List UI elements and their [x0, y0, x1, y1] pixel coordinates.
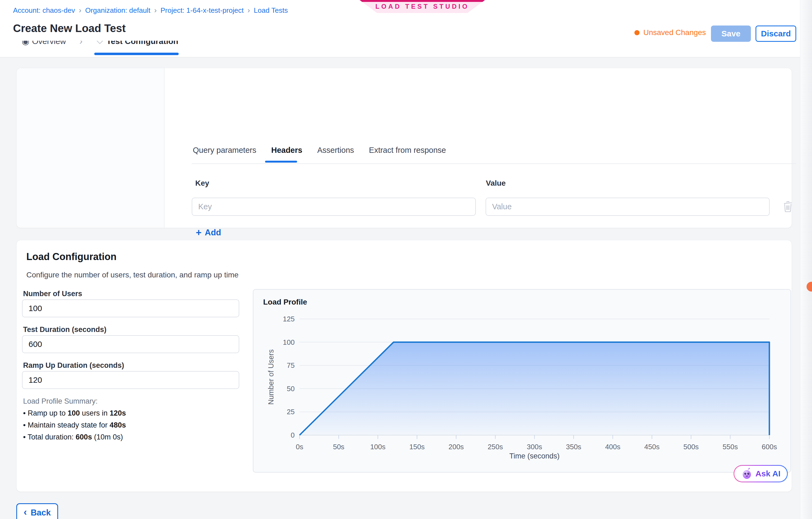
- request-tabs: Query parameters Headers Assertions Extr…: [192, 146, 447, 155]
- load-configuration-subtitle: Configure the number of users, test dura…: [26, 271, 238, 279]
- svg-text:100: 100: [283, 338, 295, 346]
- test-duration-input[interactable]: [22, 335, 239, 353]
- value-column-label: Value: [486, 179, 506, 188]
- summary-steady-state: • Maintain steady state for 480s: [23, 421, 126, 429]
- svg-text:25: 25: [287, 408, 295, 416]
- breadcrumb-organization[interactable]: Organization: default: [85, 6, 150, 14]
- load-test-studio-badge: LOAD TEST STUDIO: [359, 0, 485, 13]
- load-profile-chart-title: Load Profile: [263, 298, 307, 306]
- load-test-studio-badge-label: LOAD TEST STUDIO: [375, 3, 469, 10]
- svg-text:550s: 550s: [723, 443, 738, 451]
- test-duration-label: Test Duration (seconds): [23, 326, 107, 334]
- ask-ai-label: Ask AI: [755, 469, 781, 478]
- svg-text:450s: 450s: [644, 443, 659, 451]
- svg-text:400s: 400s: [605, 443, 620, 451]
- overview-step-icon: ◉: [22, 41, 29, 49]
- load-test-studio-page: Account: chaos-dev › Organization: defau…: [0, 0, 812, 519]
- svg-text:50: 50: [287, 385, 295, 393]
- load-profile-chart: 02550751001250s50s100s150s200s250s300s35…: [259, 310, 786, 462]
- header-divider: [0, 57, 812, 58]
- svg-text:Number of Users: Number of Users: [267, 349, 275, 405]
- summary-total-duration: • Total duration: 600s (10m 0s): [23, 433, 123, 441]
- svg-text:0: 0: [291, 431, 295, 439]
- delete-row-button[interactable]: [782, 201, 794, 213]
- svg-text:250s: 250s: [488, 443, 503, 451]
- stepper: ◉ Overview › Test Configuration: [0, 41, 812, 57]
- svg-text:150s: 150s: [409, 443, 425, 451]
- unsaved-changes-indicator: Unsaved Changes: [634, 28, 706, 37]
- back-chevron-icon: ‹: [24, 507, 27, 518]
- tab-query-parameters[interactable]: Query parameters: [192, 146, 257, 155]
- breadcrumb: Account: chaos-dev › Organization: defau…: [13, 6, 288, 14]
- header-key-input[interactable]: [192, 197, 476, 216]
- breadcrumb-load-tests[interactable]: Load Tests: [254, 6, 288, 14]
- key-column-label: Key: [195, 179, 209, 188]
- stepper-chevron-icon: ›: [79, 41, 83, 49]
- stepper-step-test-configuration[interactable]: Test Configuration: [107, 41, 178, 49]
- plus-icon: +: [196, 228, 202, 237]
- svg-text:Time (seconds): Time (seconds): [509, 452, 559, 460]
- test-configuration-step-icon: [95, 41, 104, 49]
- breadcrumb-account[interactable]: Account: chaos-dev: [13, 6, 75, 14]
- back-button-label: Back: [31, 508, 51, 518]
- unsaved-changes-label: Unsaved Changes: [643, 28, 706, 37]
- svg-text:350s: 350s: [566, 443, 581, 451]
- add-button-label: Add: [205, 228, 221, 238]
- breadcrumb-separator-icon: ›: [79, 6, 81, 14]
- ramp-up-duration-input[interactable]: [22, 371, 239, 389]
- tabs-divider: [192, 163, 796, 164]
- summary-ramp-up: • Ramp up to 100 users in 120s: [23, 409, 126, 418]
- svg-text:100s: 100s: [370, 443, 385, 451]
- svg-text:300s: 300s: [527, 443, 542, 451]
- svg-text:50s: 50s: [333, 443, 344, 451]
- request-side-panel: [17, 68, 165, 228]
- ask-ai-button[interactable]: Ask AI: [733, 465, 788, 482]
- header: Account: chaos-dev › Organization: defau…: [0, 0, 812, 58]
- svg-text:200s: 200s: [448, 443, 464, 451]
- tab-assertions[interactable]: Assertions: [316, 146, 355, 155]
- svg-text:500s: 500s: [683, 443, 698, 451]
- load-profile-summary-title: Load Profile Summary:: [23, 397, 98, 405]
- save-button[interactable]: Save: [711, 26, 751, 42]
- breadcrumb-separator-icon: ›: [248, 6, 250, 14]
- breadcrumb-separator-icon: ›: [154, 6, 157, 14]
- number-of-users-label: Number of Users: [23, 289, 82, 298]
- page-title: Create New Load Test: [13, 22, 126, 34]
- unsaved-dot-icon: [634, 30, 640, 35]
- svg-text:600s: 600s: [762, 443, 777, 451]
- ai-mascot-icon: [741, 468, 753, 480]
- active-step-underline: [94, 53, 179, 55]
- stepper-step-overview[interactable]: Overview: [32, 41, 66, 49]
- header-value-input[interactable]: [486, 197, 770, 216]
- svg-text:75: 75: [287, 361, 295, 369]
- request-config-card: Query parameters Headers Assertions Extr…: [16, 68, 792, 228]
- tab-extract-from-response[interactable]: Extract from response: [368, 146, 447, 155]
- trash-icon: [782, 201, 793, 213]
- number-of-users-input[interactable]: [22, 299, 239, 317]
- load-profile-chart-card: Load Profile 02550751001250s50s100s150s2…: [253, 289, 791, 472]
- back-button[interactable]: ‹ Back: [16, 503, 58, 519]
- add-header-button[interactable]: + Add: [196, 228, 221, 238]
- breadcrumb-project[interactable]: Project: 1-64-x-test-project: [161, 6, 243, 14]
- discard-button[interactable]: Discard: [755, 26, 796, 42]
- right-scroll-gutter[interactable]: [800, 0, 812, 519]
- tab-headers[interactable]: Headers: [270, 146, 303, 155]
- active-tab-underline: [265, 161, 297, 162]
- ramp-up-duration-label: Ramp Up Duration (seconds): [23, 361, 124, 370]
- svg-text:0s: 0s: [296, 443, 303, 451]
- load-configuration-card: Load Configuration Configure the number …: [16, 240, 792, 492]
- load-configuration-title: Load Configuration: [26, 251, 116, 263]
- svg-text:125: 125: [283, 315, 295, 323]
